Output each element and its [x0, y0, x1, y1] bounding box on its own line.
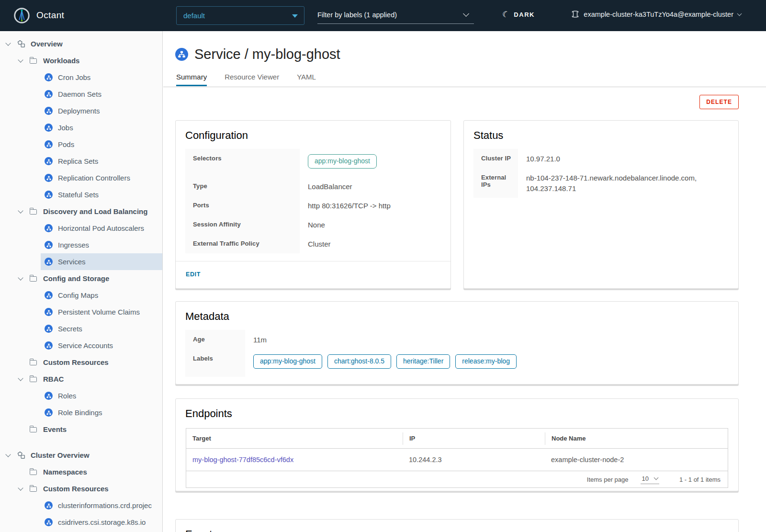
sidebar-item-service-accounts[interactable]: Service Accounts: [41, 337, 162, 354]
endpoint-node-name: example-cluster-node-2: [545, 456, 728, 464]
service-icon: [175, 48, 188, 61]
tab-summary[interactable]: Summary: [176, 73, 207, 86]
chevron-down-icon[interactable]: [4, 454, 17, 456]
cron-jobs-icon: [45, 73, 53, 81]
sidebar-item-jobs[interactable]: Jobs: [41, 119, 162, 136]
sidebar-item-daemon-sets[interactable]: Daemon Sets: [41, 86, 162, 102]
kv-value: app:my-blog-ghostchart:ghost-8.0.5herita…: [245, 349, 729, 377]
page-title-text: Service / my-blog-ghost: [194, 46, 340, 62]
page-size-dropdown[interactable]: 10: [641, 475, 659, 484]
sidebar-item-config-maps[interactable]: Config Maps: [41, 287, 162, 304]
tab-yaml[interactable]: YAML: [297, 73, 316, 86]
status-kv-table: Cluster IP10.97.21.0External IPsnb-104-2…: [473, 149, 729, 198]
custom-resource-definition-icon: [45, 501, 53, 509]
page-size-value: 10: [642, 475, 649, 482]
kv-row-age: Age11m: [185, 330, 729, 349]
sidebar-item-deployments[interactable]: Deployments: [41, 102, 162, 119]
daemon-sets-icon: [45, 90, 53, 98]
stateful-sets-icon: [45, 191, 53, 199]
sidebar-item-events[interactable]: Events: [0, 421, 162, 438]
sidebar-item-stateful-sets[interactable]: Stateful Sets: [41, 186, 162, 203]
sidebar-item-workloads[interactable]: Workloads: [0, 52, 162, 69]
events-card: Events: [175, 519, 739, 532]
sidebar-item-label: Horizontal Pod Autoscalers: [58, 224, 144, 232]
configuration-card: Configuration Selectorsapp:my-blog-ghost…: [175, 120, 451, 289]
sidebar-item-cluster-overview[interactable]: Cluster Overview: [0, 447, 162, 464]
dropdown-caret-icon: [292, 14, 298, 18]
sidebar-item-label: Config Maps: [58, 291, 98, 299]
folder-icon: [30, 377, 37, 382]
config-maps-icon: [45, 291, 53, 299]
sidebar-item-services[interactable]: Services: [41, 253, 162, 270]
endpoints-table-rows: my-blog-ghost-77df85c6cd-vf6dx10.244.2.3…: [186, 449, 728, 471]
chevron-down-icon: [463, 11, 469, 17]
configuration-card-title: Configuration: [176, 121, 451, 142]
service-accounts-icon: [45, 341, 53, 350]
kv-label: Ports: [185, 196, 300, 215]
sidebar-item-label: Replica Sets: [58, 157, 98, 165]
sidebar-item-label: Service Accounts: [58, 341, 113, 350]
kv-label: Selectors: [185, 149, 300, 177]
label-badge: release:my-blog: [455, 354, 517, 369]
sidebar-item-label: Secrets: [58, 325, 82, 333]
sidebar-item-csidrivers-csi-storage-k8s-io[interactable]: csidrivers.csi.storage.k8s.io: [41, 514, 162, 531]
kv-label: Age: [185, 330, 245, 349]
sidebar-item-horizontal-pod-autoscalers[interactable]: Horizontal Pod Autoscalers: [41, 220, 162, 237]
kv-value: LoadBalancer: [300, 177, 441, 196]
sidebar-item-label: Ingresses: [58, 241, 89, 249]
sidebar-item-secrets[interactable]: Secrets: [41, 320, 162, 337]
chevron-down-icon[interactable]: [4, 43, 17, 45]
cluster-context-selector[interactable]: example-cluster-ka3TuTzYo4a@example-clus…: [571, 10, 741, 18]
chevron-down-icon[interactable]: [17, 378, 30, 380]
kv-label: Labels: [185, 349, 245, 377]
sidebar-item-overview[interactable]: Overview: [0, 35, 162, 52]
endpoint-target-link[interactable]: my-blog-ghost-77df85c6cd-vf6dx: [192, 456, 293, 464]
sidebar-item-replica-sets[interactable]: Replica Sets: [41, 153, 162, 170]
sidebar-item-cron-jobs[interactable]: Cron Jobs: [41, 69, 162, 86]
endpoints-card-title: Endpoints: [176, 399, 738, 420]
delete-button[interactable]: DELETE: [699, 95, 739, 109]
sidebar-item-roles[interactable]: Roles: [41, 387, 162, 404]
secrets-icon: [45, 325, 53, 333]
pods-icon: [45, 140, 53, 148]
chevron-down-icon[interactable]: [17, 211, 30, 213]
sidebar-item-label: Discovery and Load Balancing: [43, 207, 147, 215]
endpoints-card: Endpoints TargetIPNode Name my-blog-ghos…: [175, 398, 739, 491]
tab-resource-viewer[interactable]: Resource Viewer: [225, 73, 279, 86]
kv-row-ports: Portshttp 80:31626/TCP -> http: [185, 196, 441, 215]
label-badge: app:my-blog-ghost: [253, 354, 322, 369]
sidebar-item-ingresses[interactable]: Ingresses: [41, 237, 162, 253]
chevron-down-icon[interactable]: [17, 60, 30, 62]
ingresses-icon: [45, 241, 53, 249]
chevron-down-icon[interactable]: [17, 278, 30, 280]
horizontal-pod-autoscalers-icon: [45, 224, 53, 232]
sidebar-item-persistent-volume-claims[interactable]: Persistent Volume Claims: [41, 304, 162, 320]
sidebar-item-clusterinformations-crd-projec[interactable]: clusterinformations.crd.projec: [41, 497, 162, 514]
sidebar-item-label: Pods: [58, 140, 74, 148]
filter-by-labels-dropdown[interactable]: Filter by labels (1 applied): [317, 6, 474, 24]
kv-value: 11m: [245, 330, 729, 349]
sidebar-item-label: Stateful Sets: [58, 191, 99, 199]
folder-icon: [30, 209, 37, 215]
tab-bar: SummaryResource ViewerYAML: [176, 73, 316, 86]
sidebar-item-label: clusterinformations.crd.projec: [58, 501, 152, 509]
namespace-dropdown-value: default: [183, 11, 205, 20]
header-bar: Octant default Filter by labels (1 appli…: [0, 0, 766, 31]
edit-link[interactable]: EDIT: [186, 271, 201, 278]
sidebar-item-namespaces[interactable]: Namespaces: [0, 464, 162, 480]
sidebar-item-rbac[interactable]: RBAC: [0, 371, 162, 387]
sidebar-item-label: Deployments: [58, 107, 100, 115]
dark-theme-toggle[interactable]: ☾ DARK: [502, 11, 535, 19]
kv-row-session-affinity: Session AffinityNone: [185, 215, 441, 234]
sidebar-item-role-bindings[interactable]: Role Bindings: [41, 404, 162, 421]
sidebar-item-discovery-and-load-balancing[interactable]: Discovery and Load Balancing: [0, 203, 162, 220]
sidebar-item-config-and-storage[interactable]: Config and Storage: [0, 270, 162, 287]
sidebar-item-label: Replication Controllers: [58, 174, 130, 182]
sidebar-item-custom-resources[interactable]: Custom Resources: [0, 480, 162, 497]
namespace-dropdown[interactable]: default: [176, 6, 304, 25]
sidebar-item-label: RBAC: [43, 375, 64, 383]
sidebar-item-replication-controllers[interactable]: Replication Controllers: [41, 170, 162, 186]
sidebar-item-custom-resources[interactable]: Custom Resources: [0, 354, 162, 371]
sidebar-item-pods[interactable]: Pods: [41, 136, 162, 153]
chevron-down-icon[interactable]: [17, 488, 30, 490]
